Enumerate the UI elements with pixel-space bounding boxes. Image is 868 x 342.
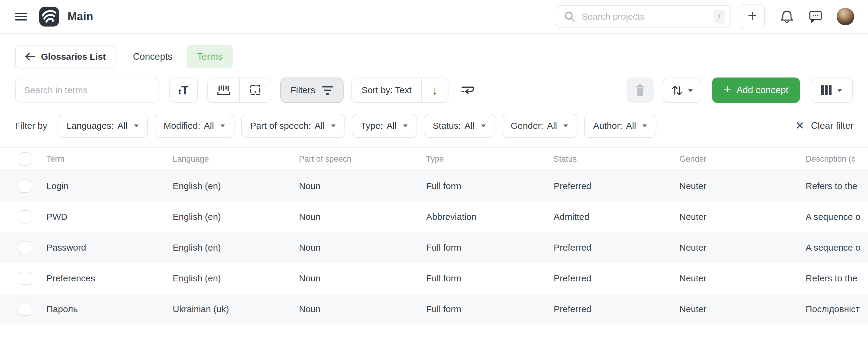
whole-phrase-button[interactable] — [208, 78, 239, 102]
sort-by-button[interactable]: Sort by: Text — [352, 78, 421, 102]
filter-value: All — [626, 121, 636, 131]
column-header-description[interactable]: Description (c — [806, 154, 868, 164]
chevron-down-icon — [481, 124, 486, 127]
hamburger-menu-icon[interactable] — [15, 12, 27, 21]
cell-type: Full form — [426, 304, 554, 314]
project-search[interactable]: / — [556, 5, 731, 28]
close-icon: ✕ — [795, 120, 804, 131]
cell-status: Preferred — [554, 243, 679, 253]
filters-button[interactable]: Filters — [280, 78, 344, 103]
wrap-text-icon — [461, 84, 475, 96]
back-button-label: Glossaries List — [41, 52, 106, 62]
sort-direction-button[interactable]: ↓ — [421, 78, 448, 102]
back-arrow-icon — [25, 52, 36, 61]
terms-search-input[interactable] — [15, 78, 159, 103]
cell-description: Refers to the — [806, 181, 868, 191]
row-checkbox[interactable] — [19, 241, 31, 254]
cell-type: Full form — [426, 243, 554, 253]
cell-description: Refers to the — [806, 273, 868, 284]
filter-name: Part of speech: — [250, 121, 311, 131]
match-case-button[interactable]: tT — [169, 78, 198, 103]
row-checkbox[interactable] — [19, 272, 31, 285]
back-to-glossaries-button[interactable]: Glossaries List — [15, 45, 116, 68]
exact-match-button[interactable] — [239, 78, 271, 102]
filter-author[interactable]: Author: All — [584, 114, 656, 138]
add-concept-button[interactable]: + Add concept — [712, 78, 800, 103]
filter-value: All — [547, 121, 557, 131]
column-header-gender[interactable]: Gender — [679, 154, 806, 164]
filters-button-label: Filters — [290, 85, 315, 95]
column-header-language[interactable]: Language — [173, 154, 299, 164]
project-search-input[interactable] — [582, 11, 714, 22]
filter-type[interactable]: Type: All — [352, 114, 417, 138]
barcode-icon — [217, 84, 230, 96]
wrap-text-button[interactable] — [461, 84, 475, 96]
filter-by-label: Filter by — [15, 121, 47, 131]
tab-terms[interactable]: Terms — [187, 45, 233, 68]
cell-part-of-speech: Noun — [299, 181, 426, 191]
messages-button[interactable] — [808, 9, 823, 24]
filter-value: All — [118, 121, 127, 131]
cell-language: Ukrainian (uk) — [173, 304, 299, 314]
table-header-row: Term Language Part of speech Type Status… — [0, 148, 868, 171]
row-checkbox[interactable] — [19, 303, 31, 316]
keyboard-shortcut-badge: / — [714, 10, 725, 24]
row-checkbox[interactable] — [19, 179, 31, 193]
cell-term: Пароль — [46, 304, 173, 314]
table-row[interactable]: Login English (en) Noun Full form Prefer… — [0, 171, 868, 201]
filter-modified[interactable]: Modified: All — [155, 114, 235, 138]
chevron-down-icon — [643, 124, 647, 127]
top-bar: Main / + — [0, 0, 868, 34]
columns-settings-button[interactable] — [811, 78, 853, 103]
filter-value: All — [204, 121, 214, 131]
cell-part-of-speech: Noun — [299, 304, 426, 314]
chevron-down-icon — [331, 124, 336, 127]
select-all-checkbox[interactable] — [19, 152, 31, 166]
delete-button-disabled[interactable] — [627, 78, 654, 103]
filter-value: All — [386, 121, 396, 131]
cell-term: Login — [46, 181, 173, 191]
cell-part-of-speech: Noun — [299, 243, 426, 253]
cell-type: Full form — [426, 181, 554, 191]
terms-table: Term Language Part of speech Type Status… — [0, 147, 868, 324]
row-checkbox[interactable] — [19, 210, 31, 224]
glossary-tabs: Glossaries List Concepts Terms — [15, 45, 868, 69]
table-row[interactable]: Password English (en) Noun Full form Pre… — [0, 232, 868, 263]
tab-concepts[interactable]: Concepts — [133, 51, 173, 62]
cell-status: Preferred — [554, 273, 679, 284]
filter-gender[interactable]: Gender: All — [502, 114, 578, 138]
create-new-button[interactable]: + — [740, 4, 765, 29]
cell-gender: Neuter — [679, 273, 806, 284]
filter-status[interactable]: Status: All — [424, 114, 495, 138]
column-header-type[interactable]: Type — [426, 154, 554, 164]
table-row[interactable]: Пароль Ukrainian (uk) Noun Full form Pre… — [0, 294, 868, 324]
cell-term: Preferences — [46, 273, 173, 284]
table-row[interactable]: Preferences English (en) Noun Full form … — [0, 263, 868, 294]
clear-filter-button[interactable]: ✕ Clear filter — [795, 120, 854, 131]
cell-status: Preferred — [554, 181, 679, 191]
column-header-part-of-speech[interactable]: Part of speech — [299, 154, 426, 164]
plus-icon: + — [724, 89, 731, 91]
cell-description: Послідовніст — [806, 304, 868, 314]
plus-icon: + — [748, 8, 757, 24]
table-row[interactable]: PWD English (en) Noun Abbreviation Admit… — [0, 201, 868, 232]
cell-gender: Neuter — [679, 212, 806, 222]
filter-value: All — [315, 121, 324, 131]
filter-name: Type: — [361, 121, 383, 131]
notifications-button[interactable] — [780, 9, 794, 24]
import-export-button[interactable] — [663, 78, 701, 103]
column-header-term[interactable]: Term — [46, 154, 173, 164]
cell-language: English (en) — [173, 212, 299, 222]
app-logo-icon[interactable] — [39, 7, 59, 27]
filter-languages[interactable]: Languages: All — [58, 114, 148, 138]
columns-icon — [821, 85, 832, 95]
cell-term: PWD — [46, 212, 173, 222]
cell-type: Full form — [426, 273, 554, 284]
filter-part-of-speech[interactable]: Part of speech: All — [241, 114, 345, 138]
bell-icon — [780, 9, 794, 24]
user-avatar[interactable] — [837, 8, 854, 25]
column-header-status[interactable]: Status — [554, 154, 679, 164]
filter-funnel-icon — [322, 86, 333, 95]
search-mode-group — [207, 78, 271, 103]
trash-icon — [634, 84, 646, 97]
